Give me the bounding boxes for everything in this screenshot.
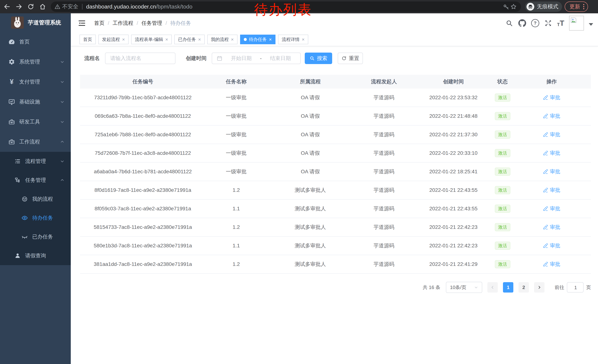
search-button[interactable]: 搜索	[305, 53, 332, 64]
chevron-right-icon	[537, 285, 541, 290]
hamburger-icon[interactable]	[78, 19, 86, 27]
close-icon[interactable]: ×	[269, 37, 272, 42]
task-process: 测试多审批人	[267, 261, 354, 268]
sidebar-item-workflow[interactable]: 工作流程	[0, 132, 71, 152]
process-name-input[interactable]	[110, 55, 171, 61]
close-icon[interactable]: ×	[198, 37, 201, 42]
task-create-time: 2022-01-21 22:43:55	[414, 206, 493, 212]
font-size-icon[interactable]: TT	[557, 19, 564, 27]
tab-home[interactable]: 首页	[79, 35, 96, 44]
sidebar-item-system[interactable]: 系统管理	[0, 52, 71, 72]
breadcrumb-separator: /	[108, 20, 109, 26]
fullscreen-icon[interactable]	[544, 19, 552, 27]
task-create-time: 2022-01-21 22:42:23	[414, 224, 493, 230]
status-badge: 激活	[495, 223, 510, 231]
search-icon[interactable]	[505, 19, 513, 27]
create-time-label: 创建时间	[186, 55, 207, 62]
sidebar-item-payment[interactable]: ¥ 支付管理	[0, 72, 71, 92]
chevron-down-icon	[60, 100, 65, 104]
approve-button[interactable]: 审批	[543, 261, 560, 268]
tab-process-detail[interactable]: 流程详情×	[278, 35, 308, 44]
table-row: 381aa1dd-7ac8-11ec-a9e2-a2380e71991a 1.2…	[80, 255, 591, 274]
table-row: 58154733-7ac8-11ec-a9e2-a2380e71991a 1.2…	[80, 218, 591, 237]
avatar[interactable]	[569, 16, 584, 31]
bookmark-star-icon[interactable]	[510, 3, 517, 10]
github-icon[interactable]	[518, 19, 526, 27]
date-range-input[interactable]: 开始日期 - 结束日期	[212, 53, 301, 64]
task-process: 测试多审批人	[267, 242, 354, 249]
workflow-submenu: 流程管理 任务管理 我的流程 待办任务	[0, 152, 71, 265]
goto-page-input[interactable]	[567, 283, 584, 292]
chevron-down-icon	[60, 120, 65, 124]
task-create-time: 2022-01-22 18:25:41	[414, 169, 493, 175]
approve-button[interactable]: 审批	[543, 224, 560, 231]
close-icon[interactable]: ×	[122, 37, 125, 42]
url-host: dashboard.yudao.iocoder.cn	[86, 4, 156, 10]
approve-button[interactable]: 审批	[543, 205, 560, 212]
page-button-1[interactable]: 1	[503, 282, 513, 292]
task-create-time: 2022-01-22 21:37:30	[414, 132, 493, 138]
home-icon[interactable]	[39, 3, 46, 10]
task-create-time: 2022-01-22 21:48:48	[414, 113, 493, 119]
back-icon[interactable]	[3, 3, 11, 10]
tab-start-process[interactable]: 发起流程×	[98, 35, 129, 44]
tab-todo-tasks[interactable]: 待办任务×	[240, 35, 275, 44]
insecure-warning-icon	[54, 4, 60, 10]
table-row: 8f0d1619-7ac8-11ec-a9e2-a2380e71991a 1.2…	[80, 181, 591, 200]
prev-page-button[interactable]	[487, 282, 498, 292]
tab-my-process[interactable]: 我的流程×	[207, 35, 238, 44]
sidebar-item-done-tasks[interactable]: 已办任务	[0, 227, 71, 246]
close-icon[interactable]: ×	[231, 37, 234, 42]
sidebar-item-process-mgmt[interactable]: 流程管理	[0, 152, 71, 171]
next-page-button[interactable]	[534, 282, 544, 292]
sidebar-item-home[interactable]: 首页	[0, 32, 71, 52]
table-row: a6aba0a4-7b6d-11ec-b781-acde48001122 一级审…	[80, 162, 591, 181]
breadcrumb-item[interactable]: 任务管理	[141, 20, 162, 27]
sidebar-item-devtools[interactable]: 研发工具	[0, 112, 71, 132]
task-name: 1.1	[206, 206, 267, 212]
approve-button[interactable]: 审批	[543, 94, 560, 101]
sidebar-item-infra[interactable]: 基础设施	[0, 92, 71, 112]
list-icon	[13, 158, 22, 164]
page-size-select[interactable]: 10条/页	[446, 282, 482, 293]
face-icon	[20, 196, 29, 202]
status-badge: 激活	[495, 94, 510, 102]
breadcrumb-item[interactable]: 工作流程	[113, 20, 133, 27]
task-id: 8f0d1619-7ac8-11ec-a9e2-a2380e71991a	[80, 187, 206, 193]
reset-button[interactable]: 重置	[338, 53, 363, 64]
chrome-menu-icon[interactable]	[583, 4, 584, 9]
col-task-name: 任务名称	[206, 78, 267, 85]
task-process: 测试多审批人	[267, 224, 354, 231]
sidebar-item-todo-tasks[interactable]: 待办任务	[0, 209, 71, 227]
page-button-2[interactable]: 2	[519, 282, 529, 292]
chrome-update-button[interactable]: 更新	[565, 1, 588, 12]
sidebar-item-task-mgmt[interactable]: 任务管理	[0, 171, 71, 190]
breadcrumb-item[interactable]: 首页	[94, 20, 105, 27]
tab-done-tasks[interactable]: 已办任务×	[174, 35, 205, 44]
sidebar-logo[interactable]: 芋道管理系统	[0, 13, 71, 32]
approve-button[interactable]: 审批	[543, 187, 560, 194]
help-icon[interactable]: ?	[531, 19, 539, 27]
approve-button[interactable]: 审批	[543, 168, 560, 175]
header-actions: ? TT	[505, 13, 593, 33]
approve-button[interactable]: 审批	[543, 150, 560, 157]
task-process: 测试多审批人	[267, 187, 354, 194]
approve-button[interactable]: 审批	[543, 113, 560, 120]
approve-button[interactable]: 审批	[543, 242, 560, 249]
close-icon[interactable]: ×	[302, 37, 305, 42]
reload-icon[interactable]	[27, 3, 34, 10]
sidebar-item-my-process[interactable]: 我的流程	[0, 190, 71, 209]
close-icon[interactable]: ×	[165, 37, 168, 42]
forward-icon[interactable]	[15, 3, 23, 10]
sidebar-item-leave-query[interactable]: 请假查询	[0, 246, 71, 265]
avatar-dropdown-icon[interactable]	[589, 23, 593, 26]
task-starter: 芋道源码	[354, 131, 414, 138]
password-key-icon[interactable]	[502, 3, 510, 10]
task-name: 1.1	[206, 243, 267, 249]
tab-form-edit[interactable]: 流程表单-编辑×	[131, 35, 172, 44]
task-starter: 芋道源码	[354, 224, 414, 231]
approve-button[interactable]: 审批	[543, 131, 560, 138]
task-name: 一级审批	[206, 150, 267, 157]
task-create-time: 2022-01-21 22:42:23	[414, 243, 493, 249]
breadcrumb-separator: /	[137, 20, 138, 26]
